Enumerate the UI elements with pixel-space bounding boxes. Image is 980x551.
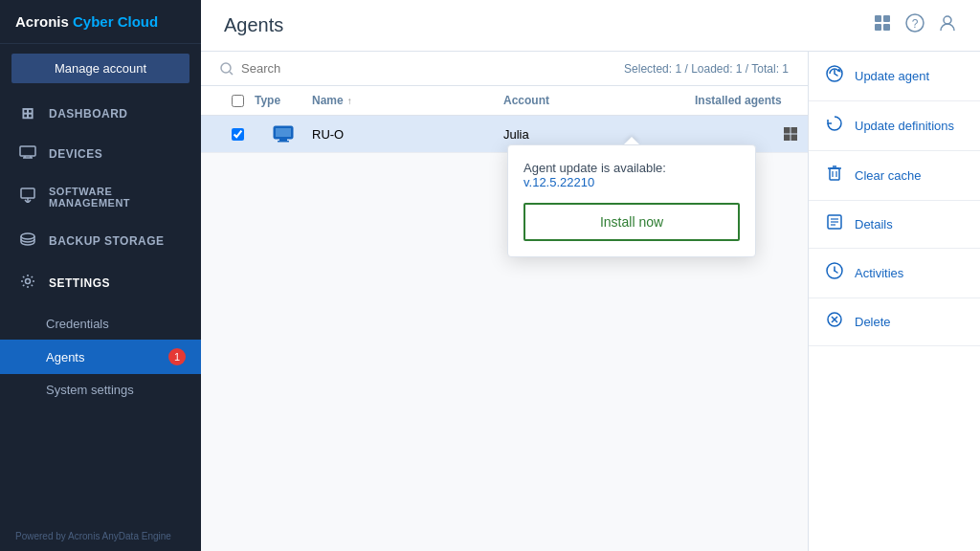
col-type: Type: [255, 94, 312, 107]
svg-point-15: [944, 16, 951, 24]
search-status: Selected: 1 / Loaded: 1 / Total: 1: [624, 62, 789, 76]
user-icon[interactable]: [938, 13, 957, 37]
sidebar-item-backup[interactable]: BACKUP STORAGE: [0, 220, 201, 262]
svg-rect-4: [21, 188, 34, 198]
clear-cache-action[interactable]: Clear cache: [809, 151, 980, 201]
svg-point-8: [26, 279, 31, 284]
row-name: RU-O: [312, 127, 503, 142]
settings-subnav: Credentials Agents 1 System settings: [0, 308, 201, 406]
devices-icon: [18, 145, 37, 163]
popup-message: Agent update is available: v.12.5.22210: [523, 161, 740, 189]
dashboard-icon: ⊞: [18, 104, 37, 122]
sidebar-item-software[interactable]: SOFTWARE MANAGEMENT: [0, 174, 201, 220]
svg-rect-27: [830, 168, 839, 180]
popup-version: v.12.5.22210: [523, 175, 594, 189]
software-icon: [18, 187, 37, 207]
sidebar-item-dashboard[interactable]: ⊞ DASHBOARD: [0, 93, 201, 134]
svg-point-6: [21, 233, 34, 239]
update-agent-icon: [824, 65, 845, 87]
svg-rect-0: [20, 146, 35, 156]
table-section: Selected: 1 / Loaded: 1 / Total: 1 Type …: [201, 52, 808, 551]
svg-rect-24: [784, 135, 791, 142]
svg-line-38: [835, 271, 837, 273]
delete-icon: [824, 312, 845, 332]
backup-icon: [18, 231, 37, 251]
popup-arrow: [624, 137, 639, 144]
search-wrap: [220, 61, 433, 76]
search-input[interactable]: [241, 61, 433, 76]
grid-icon[interactable]: [873, 13, 892, 37]
help-icon[interactable]: ?: [905, 13, 924, 37]
details-action[interactable]: Details: [809, 201, 980, 249]
col-name[interactable]: Name ↑: [312, 94, 503, 107]
sidebar-item-agents[interactable]: Agents 1: [0, 340, 201, 374]
svg-rect-25: [791, 135, 798, 142]
svg-rect-20: [279, 139, 287, 141]
popup-container: Agent update is available: v.12.5.22210 …: [507, 144, 756, 257]
select-all-checkbox[interactable]: [232, 95, 244, 107]
activities-action[interactable]: Activities: [809, 249, 980, 298]
table-body: RU-O Julia ⚠ 12: [201, 116, 808, 551]
activities-icon: [824, 262, 845, 284]
sidebar-item-devices[interactable]: DEVICES: [0, 134, 201, 174]
search-icon: [220, 62, 234, 76]
details-icon: [824, 214, 845, 234]
svg-rect-19: [276, 128, 291, 137]
svg-text:?: ?: [912, 17, 919, 31]
clear-cache-icon: [824, 165, 845, 187]
main-header: Agents ?: [201, 0, 980, 52]
col-installed-agents: Installed agents: [695, 94, 808, 107]
svg-rect-21: [278, 141, 289, 143]
svg-rect-10: [883, 15, 890, 22]
main-content: Agents ?: [201, 0, 980, 551]
windows-icon: [695, 126, 808, 142]
row-account: Julia: [503, 127, 695, 142]
device-type-icon: [255, 125, 312, 143]
content-area: Selected: 1 / Loaded: 1 / Total: 1 Type …: [201, 52, 980, 551]
update-definitions-action[interactable]: Update definitions: [809, 101, 980, 151]
svg-point-16: [221, 63, 231, 73]
agents-badge: 1: [168, 348, 186, 365]
svg-rect-22: [784, 127, 791, 134]
sidebar-footer: Powered by Acronis AnyData Engine: [0, 521, 201, 551]
logo-text: Acronis Cyber Cloud: [15, 13, 158, 30]
agent-update-popup: Agent update is available: v.12.5.22210 …: [507, 144, 756, 257]
settings-icon: [18, 274, 37, 293]
svg-line-17: [230, 72, 233, 75]
svg-rect-12: [883, 24, 890, 31]
col-account: Account: [503, 94, 695, 107]
table-header: Type Name ↑ Account Installed agents Age…: [201, 86, 808, 116]
header-icons: ?: [873, 13, 957, 37]
search-bar: Selected: 1 / Loaded: 1 / Total: 1: [201, 52, 808, 86]
sidebar-item-system-settings[interactable]: System settings: [0, 374, 201, 406]
right-panel: Update agent Update definitions: [808, 52, 980, 551]
svg-rect-11: [875, 24, 881, 31]
sort-arrow: ↑: [347, 96, 352, 106]
delete-action[interactable]: Delete: [809, 298, 980, 346]
page-title: Agents: [224, 14, 283, 36]
popup-body: Agent update is available: v.12.5.22210 …: [508, 145, 755, 256]
row-checkbox[interactable]: [232, 128, 244, 141]
update-definitions-icon: [824, 115, 845, 137]
sidebar: Acronis Cyber Cloud Manage account ⊞ DAS…: [0, 0, 201, 551]
svg-rect-9: [875, 15, 881, 22]
logo: Acronis Cyber Cloud: [0, 0, 201, 44]
manage-account-button[interactable]: Manage account: [11, 54, 189, 83]
sidebar-item-credentials[interactable]: Credentials: [0, 308, 201, 340]
install-now-button[interactable]: Install now: [523, 203, 740, 241]
sidebar-item-settings[interactable]: SETTINGS: [0, 262, 201, 304]
svg-rect-23: [791, 127, 798, 134]
update-agent-action[interactable]: Update agent: [809, 52, 980, 101]
